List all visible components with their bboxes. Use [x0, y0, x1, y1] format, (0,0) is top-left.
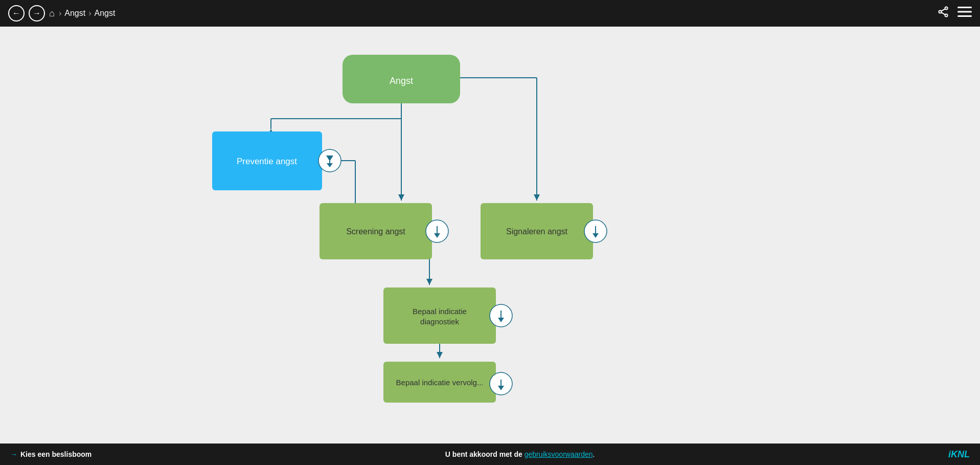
breadcrumb-sep1: ›: [59, 9, 61, 18]
svg-marker-16: [534, 194, 540, 201]
svg-text:Angst: Angst: [390, 76, 413, 86]
gebruiksvoorwaarden-link[interactable]: gebruiksvoorwaarden: [525, 450, 593, 458]
bottom-center-end: .: [593, 450, 595, 458]
svg-text:Bepaal indicatie: Bepaal indicatie: [413, 307, 467, 316]
back-button[interactable]: ←: [8, 5, 25, 21]
svg-text:diagnostiek: diagnostiek: [420, 317, 459, 326]
bottom-bar: → Kies een beslisboom U bent akkoord met…: [0, 444, 980, 465]
svg-rect-5: [958, 7, 972, 8]
svg-marker-21: [426, 279, 432, 285]
svg-text:Signaleren angst: Signaleren angst: [506, 227, 568, 236]
svg-text:Bepaal indicatie vervolg...: Bepaal indicatie vervolg...: [396, 378, 484, 387]
flowchart: Angst Preventie angst Screening angst Si…: [0, 27, 980, 444]
bottom-center-prefix: U bent akkoord met de: [445, 450, 525, 458]
main-content: Angst Preventie angst Screening angst Si…: [0, 27, 980, 444]
bottom-left[interactable]: → Kies een beslisboom: [10, 450, 92, 458]
bottom-arrow-icon: →: [10, 450, 17, 458]
brand-knl: KNL: [951, 449, 970, 459]
svg-point-1: [939, 11, 942, 13]
svg-line-4: [941, 9, 945, 11]
home-button[interactable]: ⌂: [49, 8, 55, 19]
svg-marker-13: [398, 194, 404, 201]
bepaal-indicatie-node[interactable]: [383, 287, 496, 344]
bottom-left-label[interactable]: Kies een beslisboom: [20, 450, 92, 458]
svg-marker-23: [437, 352, 443, 358]
top-navigation: ← → ⌂ › Angst › Angst: [0, 0, 980, 27]
bottom-center: U bent akkoord met de gebruiksvoorwaarde…: [445, 450, 595, 458]
svg-line-3: [941, 12, 945, 14]
svg-text:Screening angst: Screening angst: [346, 227, 405, 236]
breadcrumb-sep2: ›: [88, 9, 91, 18]
breadcrumb: › Angst › Angst: [59, 9, 116, 18]
brand-logo: iKNL: [948, 449, 970, 460]
svg-text:Preventie angst: Preventie angst: [237, 157, 297, 166]
nav-left: ← → ⌂ › Angst › Angst: [8, 5, 115, 21]
svg-point-0: [945, 7, 948, 10]
svg-point-2: [945, 14, 948, 17]
breadcrumb-item-1[interactable]: Angst: [64, 9, 85, 18]
share-icon[interactable]: [937, 6, 949, 21]
svg-rect-7: [958, 15, 972, 17]
nav-right: [937, 6, 972, 21]
breadcrumb-item-2[interactable]: Angst: [94, 9, 115, 18]
svg-rect-6: [958, 11, 972, 13]
menu-icon[interactable]: [958, 6, 972, 21]
forward-button[interactable]: →: [29, 5, 45, 21]
